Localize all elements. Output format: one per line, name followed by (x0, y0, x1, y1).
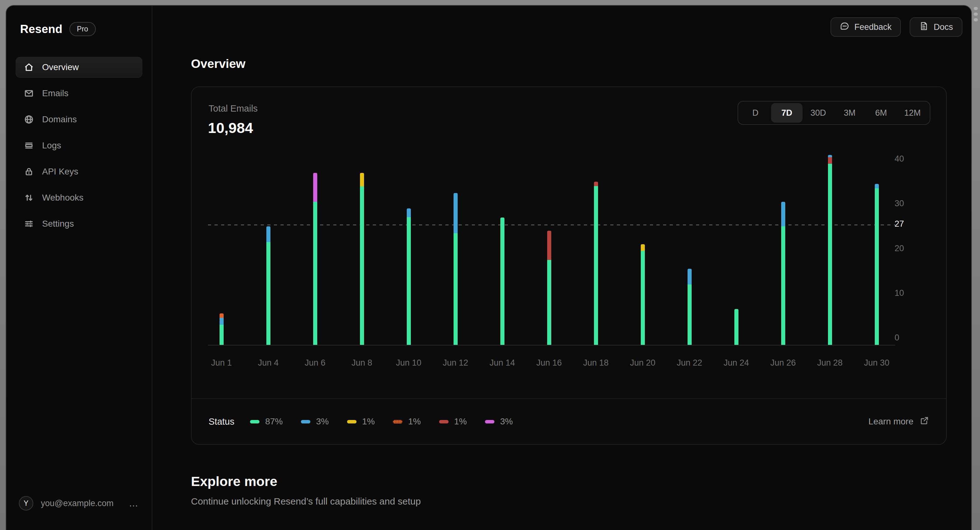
legend-item-green: 87% (250, 417, 283, 426)
bar-jun-24[interactable] (734, 309, 738, 345)
x-axis-label: Jun 14 (479, 358, 526, 368)
bar-jun-22[interactable] (687, 269, 692, 345)
sidebar: Resend Pro OverviewEmailsDomainsLogsAPI … (6, 6, 152, 530)
legend-percent: 87% (265, 417, 283, 426)
bar-jun-1[interactable] (220, 313, 224, 345)
bar-segment-blue (781, 202, 785, 226)
x-axis-label: Jun 20 (619, 358, 666, 368)
y-tick: 0 (894, 333, 929, 343)
legend-swatch-orange (393, 420, 402, 423)
user-email: you@example.com (41, 498, 121, 508)
legend-swatch-green (250, 420, 259, 423)
app-window: Resend Pro OverviewEmailsDomainsLogsAPI … (6, 5, 972, 530)
sidebar-nav: OverviewEmailsDomainsLogsAPI KeysWebhook… (16, 57, 142, 234)
legend-item-blue: 3% (301, 417, 329, 426)
range-6m[interactable]: 6M (865, 103, 897, 123)
legend-percent: 1% (362, 417, 375, 426)
sidebar-item-label: Logs (42, 140, 61, 150)
top-actions: Feedback Docs (152, 6, 971, 37)
legend-item-purple: 3% (485, 417, 512, 426)
bar-jun-18[interactable] (594, 182, 598, 345)
sidebar-item-webhooks[interactable]: Webhooks (16, 187, 142, 208)
sidebar-item-api-keys[interactable]: API Keys (16, 161, 142, 182)
range-30d[interactable]: 30D (803, 103, 834, 123)
bar-jun-20[interactable] (641, 244, 645, 345)
bar-jun-4[interactable] (266, 226, 270, 345)
bar-segment-blue (687, 269, 692, 284)
bar-segment-green (734, 309, 738, 345)
card-footer: Status 87%3%1%1%1%3% Learn more (192, 398, 946, 444)
bar-segment-green (547, 260, 551, 345)
bar-jun-6[interactable] (313, 173, 317, 345)
arrows-up-down-icon (24, 193, 34, 203)
range-12m[interactable]: 12M (897, 103, 928, 123)
sidebar-item-domains[interactable]: Domains (16, 109, 142, 130)
feedback-button[interactable]: Feedback (830, 17, 901, 37)
learn-more-label: Learn more (869, 417, 913, 426)
bar-segment-blue (407, 208, 411, 217)
legend-title: Status (208, 417, 234, 427)
metric-value: 10,984 (208, 119, 253, 136)
sidebar-item-label: API Keys (42, 167, 78, 177)
document-icon (919, 21, 929, 33)
bar-jun-14[interactable] (500, 217, 504, 345)
page-title: Overview (191, 57, 971, 71)
sidebar-item-label: Webhooks (42, 193, 84, 203)
metric-label: Total Emails (208, 104, 258, 114)
bar-segment-green (453, 233, 458, 345)
explore-section: Explore more Continue unlocking Resend’s… (191, 474, 971, 507)
status-legend: 87%3%1%1%1%3% (250, 417, 531, 426)
bar-jun-26[interactable] (781, 202, 785, 345)
external-link-icon (920, 416, 929, 428)
y-tick: 40 (894, 154, 929, 164)
x-axis-label: Jun 1 (198, 358, 245, 368)
user-row[interactable]: Y you@example.com … (16, 496, 142, 511)
bar-segment-green (594, 186, 598, 345)
bar-jun-10[interactable] (407, 208, 411, 345)
bar-segment-yellow (641, 244, 645, 251)
bar-segment-blue (453, 193, 458, 233)
bar-jun-28[interactable] (828, 155, 832, 345)
bar-segment-green (828, 164, 832, 345)
user-menu-ellipsis-icon[interactable]: … (129, 498, 139, 509)
legend-swatch-purple (485, 420, 495, 423)
bar-segment-green (500, 217, 504, 345)
x-axis-label: Jun 24 (713, 358, 760, 368)
legend-item-yellow: 1% (347, 417, 375, 426)
bar-segment-green (687, 284, 692, 345)
logs-icon (24, 140, 34, 150)
bar-segment-green (641, 251, 645, 345)
legend-swatch-yellow (347, 420, 356, 423)
range-3m[interactable]: 3M (834, 103, 865, 123)
range-d[interactable]: D (740, 103, 771, 123)
sidebar-item-overview[interactable]: Overview (16, 57, 142, 78)
app-logo: Resend (20, 22, 62, 36)
plan-badge: Pro (69, 22, 96, 36)
total-emails-card: Total Emails 10,984 D7D30D3M6M12M Jun 1J… (191, 86, 947, 445)
sidebar-item-label: Domains (42, 115, 76, 125)
bar-jun-12[interactable] (453, 193, 458, 345)
bar-segment-green (220, 325, 224, 345)
bar-segment-yellow (360, 173, 364, 187)
home-icon (24, 62, 34, 72)
bar-segment-red (828, 157, 832, 164)
sidebar-item-emails[interactable]: Emails (16, 83, 142, 104)
window-scroll-indicator[interactable] (974, 7, 978, 21)
bar-jun-8[interactable] (360, 173, 364, 345)
explore-title: Explore more (191, 474, 971, 489)
bar-jun-16[interactable] (547, 231, 551, 345)
avatar: Y (19, 496, 33, 511)
bar-segment-orange (220, 313, 224, 318)
sidebar-item-settings[interactable]: Settings (16, 214, 142, 234)
bar-segment-blue (220, 318, 224, 324)
docs-button[interactable]: Docs (910, 17, 963, 37)
range-7d[interactable]: 7D (771, 103, 803, 123)
sidebar-item-logs[interactable]: Logs (16, 135, 142, 156)
docs-label: Docs (934, 22, 953, 32)
learn-more-link[interactable]: Learn more (869, 416, 929, 428)
time-range-selector: D7D30D3M6M12M (738, 101, 931, 125)
average-dashed-line (208, 224, 895, 225)
bar-segment-blue (828, 155, 832, 157)
bar-jun-30[interactable] (875, 184, 879, 345)
legend-percent: 3% (316, 417, 329, 426)
